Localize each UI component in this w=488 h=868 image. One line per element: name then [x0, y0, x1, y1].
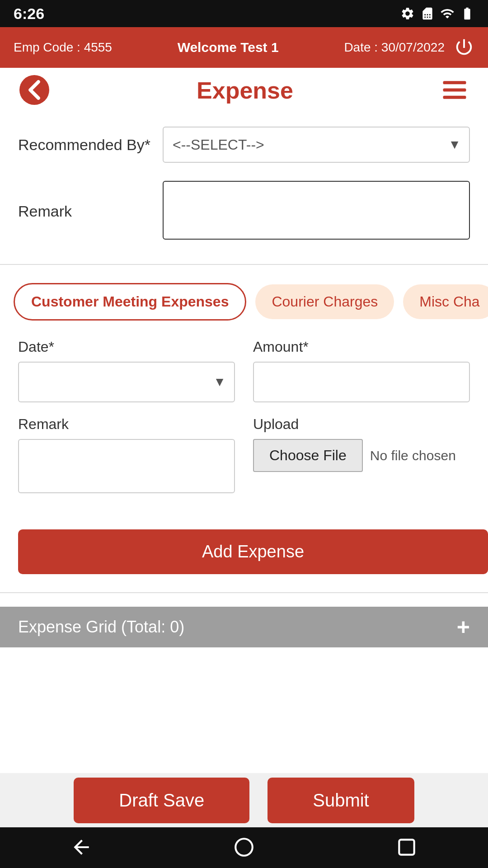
remark-label: Remark	[18, 203, 163, 220]
recommended-by-row: Recommended By* <--SELECT--> ▼	[18, 127, 470, 163]
remark-row: Remark	[18, 181, 470, 241]
page-title: Expense	[197, 77, 293, 104]
battery-icon	[460, 6, 474, 21]
android-home-icon	[233, 836, 255, 859]
tab-misc-charges[interactable]: Misc Cha	[403, 284, 488, 319]
expense-remark-textarea[interactable]	[18, 439, 235, 493]
choose-file-button[interactable]: Choose File	[253, 439, 363, 472]
expense-grid-title: Expense Grid (Total: 0)	[18, 618, 184, 637]
date-amount-row: Date* ▼ Amount*	[18, 339, 470, 402]
svg-rect-5	[399, 840, 414, 854]
date-select[interactable]	[18, 362, 235, 402]
add-expense-button[interactable]: Add Expense	[18, 529, 488, 574]
android-home-button[interactable]	[233, 836, 255, 860]
signal-icon	[440, 6, 455, 21]
back-arrow-icon	[18, 74, 51, 106]
remark-textarea[interactable]	[163, 181, 470, 240]
file-input-wrapper: Choose File No file chosen	[253, 439, 470, 472]
app-nav: Expense	[0, 68, 488, 113]
android-back-button[interactable]	[70, 836, 93, 860]
power-icon	[454, 37, 474, 57]
android-nav-bar	[0, 827, 488, 868]
welcome-text: Welcome Test 1	[178, 40, 279, 55]
status-icons	[400, 6, 474, 21]
power-button[interactable]	[454, 37, 474, 59]
recommended-by-select-wrapper: <--SELECT--> ▼	[163, 127, 470, 163]
bottom-actions: Draft Save Submit	[0, 773, 488, 827]
gear-icon	[400, 6, 415, 21]
svg-rect-3	[443, 95, 466, 99]
upload-label: Upload	[253, 416, 470, 433]
form-section: Recommended By* <--SELECT--> ▼ Remark	[0, 113, 488, 259]
expense-grid-bar: Expense Grid (Total: 0) +	[0, 607, 488, 647]
recommended-by-label: Recommended By*	[18, 136, 163, 154]
android-recents-icon	[395, 836, 418, 859]
amount-label: Amount*	[253, 339, 470, 355]
amount-input[interactable]	[253, 362, 470, 402]
recommended-by-control: <--SELECT--> ▼	[163, 127, 470, 163]
menu-icon	[439, 75, 470, 105]
emp-code: Emp Code : 4555	[14, 40, 112, 55]
date-display: Date : 30/07/2022	[344, 40, 445, 55]
svg-point-4	[235, 839, 253, 856]
grid-content-area	[0, 647, 488, 773]
tab-courier-charges[interactable]: Courier Charges	[255, 284, 394, 319]
date-label: Date*	[18, 339, 235, 355]
no-file-text: No file chosen	[370, 448, 456, 463]
date-select-wrapper: ▼	[18, 362, 235, 402]
svg-rect-2	[443, 88, 466, 91]
tab-customer-meeting[interactable]: Customer Meeting Expenses	[14, 283, 246, 321]
remark-control	[163, 181, 470, 241]
svg-point-0	[19, 75, 49, 105]
remark-upload-row: Remark Upload Choose File No file chosen	[18, 416, 470, 493]
date-col: Date* ▼	[18, 339, 235, 402]
time-display: 6:26	[14, 5, 44, 23]
header-bar: Emp Code : 4555 Welcome Test 1 Date : 30…	[0, 27, 488, 68]
expense-grid-plus-button[interactable]: +	[457, 614, 470, 640]
amount-col: Amount*	[253, 339, 470, 402]
menu-button[interactable]	[439, 75, 470, 107]
grid-divider	[0, 592, 488, 593]
back-button[interactable]	[18, 74, 51, 108]
upload-col: Upload Choose File No file chosen	[253, 416, 470, 493]
android-recents-button[interactable]	[395, 836, 418, 860]
expense-form: Date* ▼ Amount* Remark Upload Choose Fil…	[0, 330, 488, 516]
tab-bar: Customer Meeting Expenses Courier Charge…	[0, 278, 488, 330]
section-divider	[0, 264, 488, 265]
recommended-by-select[interactable]: <--SELECT-->	[163, 127, 470, 163]
sim-icon	[420, 6, 435, 21]
svg-rect-1	[443, 81, 466, 84]
draft-save-button[interactable]: Draft Save	[74, 778, 249, 823]
expense-remark-col: Remark	[18, 416, 235, 493]
status-bar: 6:26	[0, 0, 488, 27]
android-back-icon	[70, 836, 93, 859]
expense-remark-label: Remark	[18, 416, 235, 433]
submit-button[interactable]: Submit	[267, 778, 414, 823]
